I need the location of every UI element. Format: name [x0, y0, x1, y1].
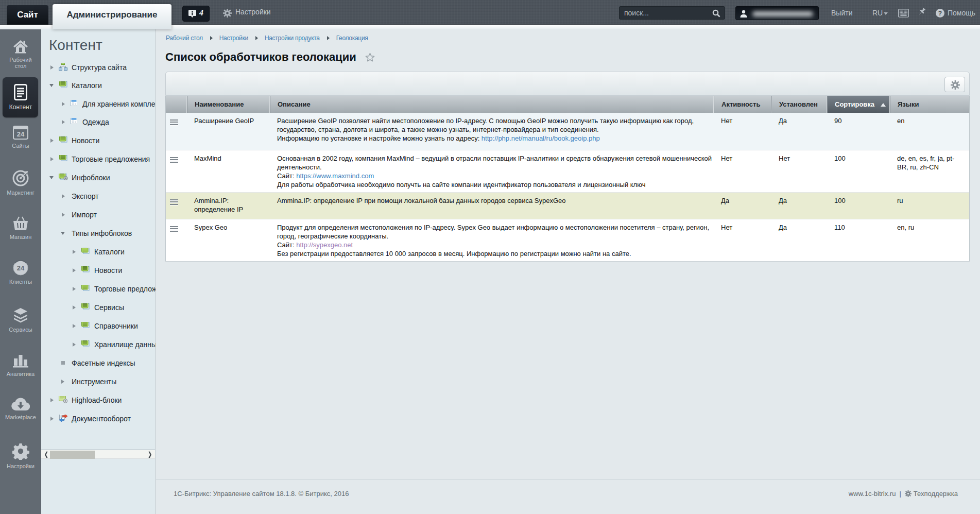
svg-text:?: ?: [938, 10, 942, 17]
svg-text:24: 24: [17, 130, 25, 138]
svg-text:24: 24: [17, 264, 25, 272]
